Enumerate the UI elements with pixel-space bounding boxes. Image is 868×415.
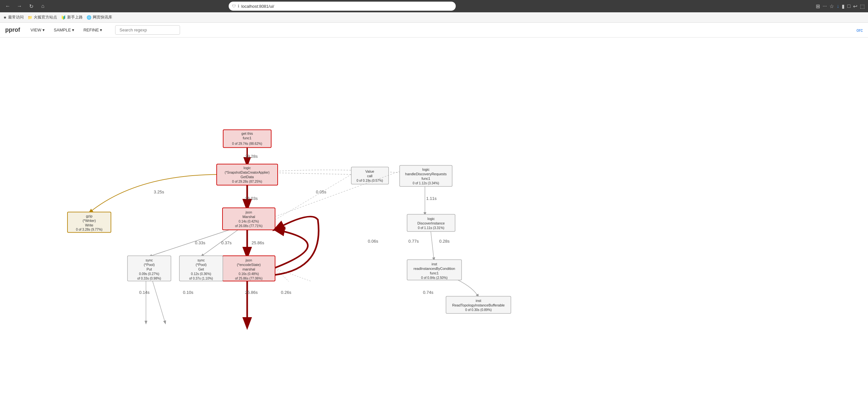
svg-text:0.74s: 0.74s — [423, 290, 433, 295]
svg-text:0.14s: 0.14s — [139, 290, 150, 295]
svg-text:get this: get this — [241, 132, 253, 135]
bookmark-label: 最常访问 — [8, 14, 24, 20]
url-display: localhost:8081/ui/ — [241, 4, 274, 9]
svg-text:Value: Value — [365, 169, 374, 173]
sidebar-icon[interactable]: ▮ — [842, 3, 845, 9]
svg-text:0.06s: 0.06s — [368, 239, 378, 244]
svg-text:of 25.86s (77.06%): of 25.86s (77.06%) — [235, 277, 263, 280]
svg-text:0.16s (0.48%): 0.16s (0.48%) — [239, 272, 259, 276]
svg-text:26.03s: 26.03s — [245, 196, 258, 201]
graph-svg: get this func1 0 of 29.74s (88.62%) logi… — [0, 38, 868, 415]
svg-text:0 of 3.28s (9.77%): 0 of 3.28s (9.77%) — [76, 228, 102, 231]
svg-text:readInstancesByCondition: readInstancesByCondition — [413, 267, 455, 271]
svg-text:DiscoverInstance: DiscoverInstance — [417, 221, 445, 225]
svg-text:(*Pool): (*Pool) — [144, 263, 155, 267]
browser-actions: ⊞ ··· ☆ ↓ ▮ □ ↩ ⬚ — [816, 3, 865, 9]
app-logo: pprof — [5, 27, 20, 33]
svg-text:gzip: gzip — [86, 214, 92, 218]
download-icon[interactable]: ↓ — [837, 3, 839, 9]
svg-text:0 of 1.12s (3.34%): 0 of 1.12s (3.34%) — [412, 181, 439, 185]
sample-menu[interactable]: SAMPLE ▾ — [50, 26, 78, 34]
svg-text:handleDiscoveryRequests: handleDiscoveryRequests — [405, 172, 447, 176]
shield-icon: 🛡 — [232, 4, 236, 8]
svg-text:logic: logic — [422, 168, 430, 171]
bookmark-newuser[interactable]: 🔰 新手上路 — [61, 14, 83, 20]
svg-text:0.33s: 0.33s — [195, 240, 205, 245]
svg-text:Put: Put — [147, 267, 152, 271]
shield-bookmark-icon: 🔰 — [61, 15, 66, 20]
svg-text:29.28s: 29.28s — [245, 154, 258, 159]
svg-text:(*SnapshotDataCreatorApplier): (*SnapshotDataCreatorApplier) — [225, 171, 270, 174]
svg-text:0 of 29.74s (88.62%): 0 of 29.74s (88.62%) — [232, 142, 262, 145]
bookmark-label: 新手上路 — [67, 14, 83, 20]
svg-text:0.10s: 0.10s — [183, 290, 193, 295]
svg-text:0.37s: 0.37s — [221, 240, 231, 245]
svg-text:1.11s: 1.11s — [426, 196, 437, 201]
globe-icon: 🌐 — [87, 15, 91, 20]
bookmark-frequent[interactable]: ★ 最常访问 — [3, 14, 24, 20]
svg-text:of 0.33s (0.98%): of 0.33s (0.98%) — [137, 277, 161, 280]
svg-text:GetData: GetData — [241, 175, 254, 179]
forward-button[interactable]: → — [15, 2, 24, 11]
svg-text:0 of 29.28s (87.25%): 0 of 29.28s (87.25%) — [232, 180, 262, 183]
star-bookmark-icon: ★ — [3, 15, 7, 20]
svg-text:of 0.37s (1.10%): of 0.37s (1.10%) — [189, 277, 213, 280]
bookmarks-bar: ★ 最常访问 📁 火狐官方站点 🔰 新手上路 🌐 网页快讯库 — [0, 12, 868, 23]
svg-text:0 of 0.19s (0.57%): 0 of 0.19s (0.57%) — [356, 179, 383, 182]
svg-text:(*encodeState): (*encodeState) — [237, 263, 260, 267]
svg-text:Write: Write — [85, 223, 93, 227]
svg-text:(*Pool): (*Pool) — [195, 263, 207, 267]
svg-text:0.14s (0.42%): 0.14s (0.42%) — [239, 220, 259, 223]
search-input[interactable] — [115, 25, 180, 35]
svg-text:0 of 0.30s (0.89%): 0 of 0.30s (0.89%) — [465, 308, 492, 312]
svg-text:inst: inst — [431, 262, 437, 266]
svg-text:of 26.08s (77.71%): of 26.08s (77.71%) — [235, 224, 263, 228]
svg-text:call: call — [367, 174, 373, 178]
refine-menu[interactable]: REFINE ▾ — [80, 26, 106, 34]
svg-text:0.26s: 0.26s — [281, 290, 291, 295]
svg-text:logic: logic — [428, 217, 435, 220]
pip-icon[interactable]: □ — [847, 3, 850, 9]
svg-text:json: json — [245, 210, 252, 214]
back2-icon[interactable]: ↩ — [853, 3, 857, 9]
svg-text:0.12s (0.36%): 0.12s (0.36%) — [191, 272, 211, 276]
bookmark-label: 火狐官方站点 — [34, 14, 57, 20]
svg-text:0.05s: 0.05s — [316, 189, 326, 195]
svg-text:logic: logic — [244, 166, 251, 170]
browser-chrome: ← → ↻ ⌂ 🛡 ℹ pprof localhost:8081/ui/ ⊞ ·… — [0, 0, 868, 12]
refresh-button[interactable]: ↻ — [27, 2, 36, 11]
orc-link[interactable]: orc — [857, 28, 863, 33]
app-header: pprof VIEW ▾ SAMPLE ▾ REFINE ▾ orc — [0, 23, 868, 38]
svg-text:25.86s: 25.86s — [245, 290, 258, 295]
grid-icon[interactable]: ⊞ — [816, 3, 820, 9]
svg-text:25.86s: 25.86s — [251, 240, 265, 245]
bookmark-label: 网页快讯库 — [93, 14, 112, 20]
star-icon[interactable]: ☆ — [829, 3, 834, 9]
back-button[interactable]: ← — [3, 2, 12, 11]
svg-text:func1: func1 — [422, 177, 430, 180]
bookmark-news[interactable]: 🌐 网页快讯库 — [87, 14, 112, 20]
svg-text:inst: inst — [475, 299, 481, 303]
home-button[interactable]: ⌂ — [38, 2, 48, 11]
svg-text:0 of 0.84s (2.50%): 0 of 0.84s (2.50%) — [421, 276, 447, 280]
svg-text:func1: func1 — [243, 136, 252, 140]
app-nav: VIEW ▾ SAMPLE ▾ REFINE ▾ — [27, 26, 106, 34]
bookmark-firefox[interactable]: 📁 火狐官方站点 — [28, 14, 57, 20]
address-bar[interactable]: 🛡 ℹ pprof localhost:8081/ui/ — [229, 2, 456, 11]
svg-text:0 of 1.11s (3.31%): 0 of 1.11s (3.31%) — [418, 226, 444, 230]
svg-text:Marshal: Marshal — [242, 215, 255, 219]
svg-text:0.77s: 0.77s — [408, 239, 419, 244]
info-icon: ℹ — [238, 4, 239, 8]
svg-text:Get: Get — [198, 267, 204, 271]
graph-area: get this func1 0 of 29.74s (88.62%) logi… — [0, 38, 868, 415]
svg-text:0.28s: 0.28s — [439, 239, 450, 244]
more-icon[interactable]: ··· — [823, 3, 827, 9]
view-menu[interactable]: VIEW ▾ — [27, 26, 49, 34]
svg-text:ReadTopologyInstanceBufferable: ReadTopologyInstanceBufferable — [452, 303, 505, 307]
svg-text:func1: func1 — [430, 271, 439, 275]
svg-text:marshal: marshal — [242, 267, 255, 271]
svg-text:3.25s: 3.25s — [154, 189, 164, 195]
folder-icon: 📁 — [28, 15, 32, 20]
ext-icon[interactable]: ⬚ — [860, 3, 865, 9]
svg-text:0.09s (0.27%): 0.09s (0.27%) — [139, 272, 159, 276]
